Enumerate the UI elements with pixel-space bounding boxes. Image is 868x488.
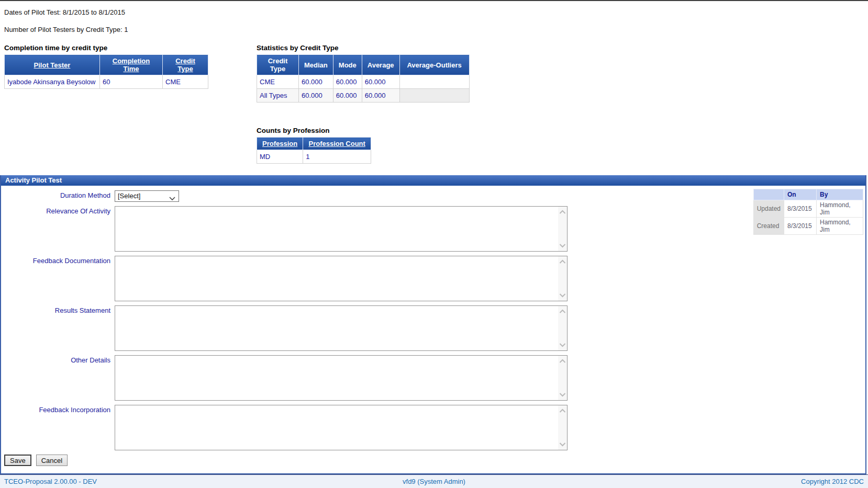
chevron-down-icon xyxy=(169,195,175,202)
completion-col-credit-type[interactable]: Credit Type xyxy=(163,55,208,75)
scroll-down-icon[interactable] xyxy=(559,343,566,347)
audit-table: On By Updated 8/3/2015 Hammond, Jim Crea… xyxy=(753,189,863,235)
results-statement-label: Results Statement xyxy=(1,305,113,314)
audit-updated-date: 8/3/2015 xyxy=(784,200,817,218)
results-statement-row: Results Statement xyxy=(1,305,865,351)
duration-method-row: Duration Method [Select] xyxy=(1,190,865,202)
scroll-up-icon[interactable] xyxy=(559,408,566,413)
other-details-input[interactable] xyxy=(115,356,558,400)
credit-type-cell: CME xyxy=(163,75,208,89)
footer-user-info: vfd9 (System Admin) xyxy=(291,478,577,485)
stat-mode-cell: 60.000 xyxy=(333,89,362,103)
feedback-documentation-input[interactable] xyxy=(115,256,558,301)
textarea-scrollbar[interactable] xyxy=(558,256,567,301)
sort-link-pilot-tester[interactable]: Pilot Tester xyxy=(34,61,71,69)
audit-header-row: On By xyxy=(753,189,863,200)
scroll-up-icon[interactable] xyxy=(559,309,566,314)
feedback-incorporation-row: Feedback Incorporation xyxy=(1,405,865,450)
textarea-scrollbar[interactable] xyxy=(558,356,567,400)
profession-count-cell: 1 xyxy=(303,150,371,164)
save-button[interactable]: Save xyxy=(4,455,31,466)
page-top-divider xyxy=(0,0,868,1)
table-row: Iyabode Akinsanya Beysolow 60 CME xyxy=(5,75,208,89)
table-row: Updated 8/3/2015 Hammond, Jim xyxy=(753,200,863,218)
statistics-header-row: Credit Type Median Mode Average Average-… xyxy=(257,55,470,75)
scroll-down-icon[interactable] xyxy=(559,392,566,397)
duration-method-label: Duration Method xyxy=(1,190,113,199)
counts-col-profession-count[interactable]: Profession Count xyxy=(303,138,371,150)
stat-credit-type-cell: All Types xyxy=(257,89,299,103)
audit-updated-by: Hammond, Jim xyxy=(817,200,863,218)
statistics-col-mode: Mode xyxy=(333,55,362,75)
relevance-of-activity-box xyxy=(115,206,567,252)
scroll-up-icon[interactable] xyxy=(559,259,566,264)
statistics-col-credit-type: Credit Type xyxy=(257,55,299,75)
duration-method-select[interactable]: [Select] xyxy=(115,190,179,202)
statistics-col-median: Median xyxy=(299,55,333,75)
footer-bar: TCEO-Proposal 2.00.00 - DEV vfd9 (System… xyxy=(0,474,868,488)
completion-col-completion-time[interactable]: Completion Time xyxy=(100,55,163,75)
stat-average-outliers-cell xyxy=(399,89,469,103)
table-row: MD 1 xyxy=(257,150,371,164)
scroll-down-icon[interactable] xyxy=(559,293,566,298)
pilot-testers-count-text: Number of Pilot Testers by Credit Type: … xyxy=(4,26,128,33)
other-details-box xyxy=(115,355,567,401)
completion-header-row: Pilot Tester Completion Time Credit Type xyxy=(5,55,208,75)
audit-col-on: On xyxy=(784,189,817,200)
scroll-down-icon[interactable] xyxy=(559,442,566,447)
textarea-scrollbar[interactable] xyxy=(558,306,567,350)
pilot-test-dates-text: Dates of Pilot Test: 8/1/2015 to 8/1/201… xyxy=(4,8,125,16)
counts-table: Profession Profession Count MD 1 xyxy=(257,137,371,164)
scroll-down-icon[interactable] xyxy=(559,243,566,248)
scroll-up-icon[interactable] xyxy=(559,210,566,214)
statistics-block: Statistics by Credit Type Credit Type Me… xyxy=(257,44,470,103)
footer-copyright: Copyright 2012 CDC xyxy=(577,478,864,485)
counts-block: Counts by Profession Profession Professi… xyxy=(257,127,371,164)
stat-mode-cell: 60.000 xyxy=(333,75,362,89)
results-statement-input[interactable] xyxy=(115,306,558,350)
section-title: Activity Pilot Test xyxy=(1,175,865,186)
stat-credit-type-cell: CME xyxy=(257,75,299,89)
feedback-documentation-label: Feedback Documentation xyxy=(1,256,113,265)
audit-created-label: Created xyxy=(753,218,784,235)
audit-created-by: Hammond, Jim xyxy=(817,218,863,235)
table-row: CME 60.000 60.000 60.000 xyxy=(257,75,470,89)
feedback-incorporation-input[interactable] xyxy=(115,405,558,450)
statistics-table-title: Statistics by Credit Type xyxy=(257,44,470,52)
table-row: All Types 60.000 60.000 60.000 xyxy=(257,89,470,103)
textarea-scrollbar[interactable] xyxy=(558,207,567,251)
stat-median-cell: 60.000 xyxy=(299,75,333,89)
other-details-label: Other Details xyxy=(1,355,113,364)
relevance-of-activity-input[interactable] xyxy=(115,207,558,251)
counts-table-title: Counts by Profession xyxy=(257,127,371,134)
sort-link-credit-type[interactable]: Credit Type xyxy=(175,57,195,73)
stat-average-outliers-cell xyxy=(399,75,469,89)
statistics-table: Credit Type Median Mode Average Average-… xyxy=(257,54,470,103)
stat-average-cell: 60.000 xyxy=(362,75,399,89)
sort-link-completion-time[interactable]: Completion Time xyxy=(113,57,150,73)
profession-cell: MD xyxy=(257,150,303,164)
stat-average-cell: 60.000 xyxy=(362,89,399,103)
audit-col-by: By xyxy=(817,189,863,200)
audit-updated-label: Updated xyxy=(753,200,784,218)
stat-median-cell: 60.000 xyxy=(299,89,333,103)
completion-table: Pilot Tester Completion Time Credit Type… xyxy=(4,54,208,89)
statistics-col-average: Average xyxy=(362,55,399,75)
completion-time-cell: 60 xyxy=(100,75,163,89)
scroll-up-icon[interactable] xyxy=(559,359,566,364)
pilot-tester-cell: Iyabode Akinsanya Beysolow xyxy=(5,75,100,89)
relevance-of-activity-label: Relevance Of Activity xyxy=(1,206,113,215)
sort-link-profession[interactable]: Profession xyxy=(262,140,297,147)
cancel-button[interactable]: Cancel xyxy=(36,455,68,466)
completion-table-title: Completion time by credit type xyxy=(4,44,208,52)
feedback-documentation-box xyxy=(115,256,567,301)
completion-col-pilot-tester[interactable]: Pilot Tester xyxy=(5,55,100,75)
counts-col-profession[interactable]: Profession xyxy=(257,138,303,150)
feedback-incorporation-box xyxy=(115,405,567,450)
statistics-col-average-outliers: Average-Outliers xyxy=(399,55,469,75)
textarea-scrollbar[interactable] xyxy=(558,405,567,450)
sort-link-profession-count[interactable]: Profession Count xyxy=(309,140,365,147)
table-row: Created 8/3/2015 Hammond, Jim xyxy=(753,218,863,235)
footer-app-version: TCEO-Proposal 2.00.00 - DEV xyxy=(4,478,291,485)
form-actions: Save Cancel xyxy=(4,455,68,466)
